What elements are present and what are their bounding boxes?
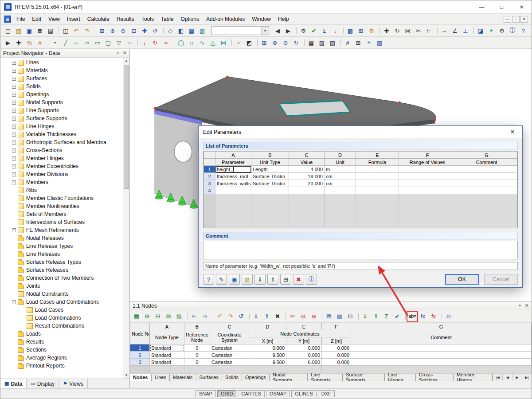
copy-button[interactable]: ◫ bbox=[61, 26, 70, 35]
row-number[interactable]: 2 bbox=[204, 173, 215, 180]
new-solid-button[interactable]: ▭ bbox=[93, 38, 102, 47]
menu-item[interactable]: Table bbox=[157, 15, 177, 23]
value-cell[interactable] bbox=[289, 187, 325, 194]
table-tab[interactable]: Nodes bbox=[130, 374, 152, 381]
tree-expander-icon[interactable] bbox=[12, 101, 16, 105]
unit-cell[interactable]: cm bbox=[325, 180, 356, 187]
navigator-tab[interactable]: ▦ Data bbox=[0, 379, 27, 388]
comment-cell[interactable] bbox=[456, 173, 517, 180]
menu-item[interactable]: Results bbox=[113, 15, 138, 23]
formula-button[interactable]: fx bbox=[418, 312, 428, 321]
delete-table-button[interactable]: ⊗ bbox=[309, 312, 319, 321]
tree-item[interactable]: Load Cases bbox=[0, 306, 123, 314]
column-letter[interactable]: B bbox=[184, 323, 210, 330]
tree-item[interactable]: Orthotropic Surfaces and Membra bbox=[0, 138, 123, 146]
unit-cell[interactable]: cm bbox=[325, 173, 356, 180]
table-tab[interactable]: Solids bbox=[222, 374, 242, 381]
loads-display-button[interactable]: ↓ bbox=[330, 26, 340, 35]
undo-table-button[interactable]: ↶ bbox=[215, 312, 225, 321]
zoom-region-button[interactable]: ⊞ bbox=[259, 38, 269, 47]
edit-mode-button[interactable]: ▶ bbox=[3, 38, 13, 47]
close-icon[interactable]: ✕ bbox=[123, 50, 127, 56]
tree-item[interactable]: Member Eccentricities bbox=[0, 162, 123, 170]
new-line-button[interactable]: ╱ bbox=[61, 38, 70, 47]
calculator-button[interactable]: ⊡ bbox=[345, 312, 355, 321]
tree-expander-icon[interactable] bbox=[12, 172, 16, 176]
next-load-case-button[interactable]: ▶ bbox=[283, 26, 293, 35]
table-tab[interactable]: Nodal Supports bbox=[270, 374, 308, 381]
results-button[interactable]: Σ bbox=[320, 26, 329, 35]
tree-item[interactable]: Sections bbox=[0, 346, 123, 354]
document-icon[interactable]: ▦ bbox=[4, 16, 11, 23]
column-header[interactable]: Value bbox=[289, 159, 325, 166]
tree-item[interactable]: Members bbox=[0, 178, 123, 186]
spline-tool-button[interactable]: ∿ bbox=[197, 38, 207, 47]
arc-tool-button[interactable]: ∩ bbox=[187, 38, 196, 47]
column-header[interactable]: Unit bbox=[325, 159, 356, 166]
unit-cell[interactable] bbox=[325, 187, 356, 194]
help-button[interactable]: ? bbox=[518, 26, 528, 35]
y-coordinate-cell[interactable]: 0.000 bbox=[286, 352, 322, 359]
angle-button[interactable]: ∠ bbox=[450, 26, 460, 35]
check-data-button[interactable]: ✔ bbox=[309, 26, 319, 35]
delete-rows-button[interactable]: ⊘ bbox=[298, 312, 308, 321]
tree-item[interactable]: Member Divisions bbox=[0, 170, 123, 178]
table-tab[interactable]: Openings bbox=[242, 374, 270, 381]
tree-expander-icon[interactable] bbox=[12, 117, 16, 121]
formula-invalid-button[interactable]: fx bbox=[429, 312, 438, 321]
mdi-window-control[interactable]: — bbox=[504, 16, 511, 23]
divide-button[interactable]: ✂ bbox=[414, 26, 423, 35]
new-node-button[interactable]: • bbox=[50, 38, 60, 47]
mdi-window-control[interactable]: ✕ bbox=[520, 16, 528, 23]
save-button[interactable]: ▣ bbox=[24, 26, 34, 35]
copy-right-button[interactable]: ⇒ bbox=[200, 312, 210, 321]
row-number[interactable]: 2 bbox=[130, 352, 150, 359]
table-nav-button[interactable]: |◀ bbox=[493, 374, 502, 381]
column-letter[interactable]: C bbox=[210, 323, 249, 330]
status-toggle[interactable]: GLINES bbox=[291, 390, 316, 397]
scrollbar-thumb[interactable] bbox=[124, 65, 129, 189]
table-row[interactable]: 3 Standard 0 Cartesian 9.500 6.000 0.000 bbox=[130, 359, 532, 366]
column-header[interactable]: Comment bbox=[351, 330, 532, 344]
tree-item[interactable]: Openings bbox=[0, 90, 123, 98]
column-letter[interactable]: G bbox=[351, 323, 532, 330]
column-letter[interactable]: A bbox=[215, 152, 251, 159]
fill-up-button[interactable]: ⇑ bbox=[262, 312, 272, 321]
dimensions-button[interactable]: ↔ bbox=[439, 26, 449, 35]
tree-item[interactable]: Surface Release Types bbox=[0, 258, 123, 266]
tree-item[interactable]: Nodal Releases bbox=[0, 234, 123, 242]
tree-item[interactable]: Result Combinations bbox=[0, 322, 123, 330]
table-settings-button[interactable]: ▨ bbox=[174, 312, 184, 321]
status-toggle[interactable]: DXF bbox=[318, 390, 335, 397]
dialog-title-bar[interactable]: Edit Parameters ✕ bbox=[199, 126, 522, 138]
new-moment-button[interactable]: ↻ bbox=[150, 38, 160, 47]
reference-node-cell[interactable]: 0 bbox=[184, 352, 210, 359]
column-header[interactable]: Y [m] bbox=[286, 337, 322, 344]
history-button[interactable]: ↺ bbox=[236, 312, 246, 321]
column-header[interactable]: X [m] bbox=[249, 337, 286, 344]
tree-item[interactable]: Surfaces bbox=[0, 74, 123, 82]
column-header[interactable]: Node Coordinates bbox=[249, 330, 351, 337]
tree-item[interactable]: Line Release Types bbox=[0, 242, 123, 250]
delete-row-button[interactable]: ⊠ bbox=[164, 312, 173, 321]
undo-button[interactable]: ↶ bbox=[71, 26, 81, 35]
menu-item[interactable]: Tools bbox=[138, 15, 157, 23]
new-support-button[interactable]: ▽ bbox=[114, 38, 124, 47]
panel-toggle-button[interactable]: ▥ bbox=[375, 38, 384, 47]
x-coordinate-cell[interactable]: 9.500 bbox=[249, 352, 286, 359]
table-tab[interactable]: Line Hinges bbox=[385, 374, 416, 381]
menu-item[interactable]: Add-on Modules bbox=[203, 15, 248, 23]
show-tables-button[interactable]: ▦ bbox=[187, 26, 196, 35]
column-header[interactable]: Unit Type bbox=[251, 159, 289, 166]
menu-item[interactable]: File bbox=[13, 15, 28, 23]
tree-item[interactable]: Cross-Sections bbox=[0, 146, 123, 154]
table-nav-button[interactable]: ◀ bbox=[502, 374, 512, 381]
tree-item[interactable]: Member Nonlinearities bbox=[0, 202, 123, 210]
tree-item[interactable]: Line Supports bbox=[0, 106, 123, 114]
column-letter[interactable]: D bbox=[325, 152, 356, 159]
tree-item[interactable]: Nodal Constraints bbox=[0, 290, 123, 298]
new-member-button[interactable]: ─ bbox=[71, 38, 81, 47]
maximize-button[interactable]: □ bbox=[492, 0, 512, 13]
load-case-combo[interactable]: ▼ bbox=[211, 26, 269, 35]
render-mode-button[interactable]: ▨ bbox=[197, 26, 207, 35]
